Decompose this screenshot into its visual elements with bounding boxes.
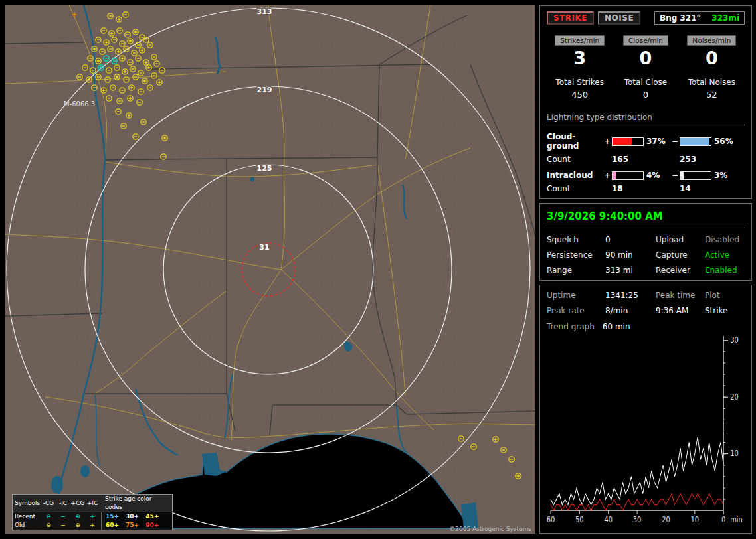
range-value: 313 mi bbox=[605, 266, 656, 275]
legend-symbols-title: Symbols bbox=[15, 499, 41, 508]
trend-graph: 1020306050403020100min bbox=[547, 333, 745, 528]
copyright-text: ©2005 Astrogenic Systems bbox=[449, 526, 531, 532]
svg-text:313: 313 bbox=[257, 7, 272, 16]
ic-count-label: Count bbox=[547, 184, 604, 193]
cg-negative-bar bbox=[680, 137, 711, 146]
plus-sign: + bbox=[604, 171, 612, 180]
svg-text:min: min bbox=[730, 515, 743, 524]
svg-text:10: 10 bbox=[691, 515, 700, 524]
map-canvas[interactable]: 31125219313 M-6066 3 bbox=[5, 5, 535, 534]
bearing-readout: Bng 321° 323mi bbox=[654, 11, 745, 25]
legend-col-cg-neg: -CG bbox=[41, 499, 56, 508]
peak-rate-label: Peak rate bbox=[547, 306, 605, 315]
upload-label: Upload bbox=[656, 235, 705, 244]
plot-value: Strike bbox=[705, 306, 745, 315]
old-cg-neg-icon: ⊖ bbox=[41, 521, 56, 530]
squelch-value: 0 bbox=[605, 235, 656, 244]
ic-positive-count: 18 bbox=[612, 184, 646, 193]
cg-count-label: Count bbox=[547, 155, 604, 164]
ic-negative-bar bbox=[680, 171, 711, 180]
plus-sign: + bbox=[604, 137, 612, 146]
minus-sign: − bbox=[672, 137, 680, 146]
total-strikes-label: Total Strikes bbox=[547, 78, 613, 87]
peak-time-label: Peak time bbox=[656, 291, 705, 300]
age-30: 30+ bbox=[126, 512, 139, 521]
strikes-per-min-value: 3 bbox=[547, 48, 613, 68]
svg-text:30: 30 bbox=[730, 335, 739, 345]
legend-col-ic-neg: -IC bbox=[56, 499, 70, 508]
receiver-status: Enabled bbox=[705, 266, 745, 275]
old-ic-pos-icon: + bbox=[85, 521, 100, 530]
legend-col-ic-pos: +IC bbox=[85, 499, 100, 508]
distribution-title: Lightning type distribution bbox=[547, 113, 745, 125]
trend-box: Uptime 1341:25 Peak time Plot Peak rate … bbox=[539, 285, 752, 534]
close-per-min-chip[interactable]: Close/min bbox=[623, 35, 668, 46]
range-label: Range bbox=[547, 266, 605, 275]
recent-cg-neg-icon: ⊖ bbox=[41, 512, 56, 521]
cg-positive-bar bbox=[612, 137, 644, 146]
age-90: 90+ bbox=[145, 521, 159, 530]
ic-positive-pct: 4% bbox=[646, 171, 672, 180]
recent-cg-pos-icon: ⊕ bbox=[70, 512, 85, 521]
coastal-bay bbox=[461, 502, 478, 528]
capture-status: Active bbox=[705, 250, 745, 260]
noises-per-min-chip[interactable]: Noises/min bbox=[687, 35, 736, 46]
noises-per-min-value: 0 bbox=[679, 48, 745, 68]
map-legend: Symbols -CG -IC +CG +IC Strike age color… bbox=[12, 494, 173, 530]
svg-text:20: 20 bbox=[730, 392, 739, 402]
total-noises-value: 52 bbox=[679, 90, 745, 100]
uptime-label: Uptime bbox=[547, 291, 605, 300]
old-ic-neg-icon: − bbox=[56, 521, 70, 530]
peak-time-value: 9:36 AM bbox=[656, 306, 705, 315]
svg-text:40: 40 bbox=[604, 515, 613, 524]
storm-cell-label: M-6066 3 bbox=[64, 100, 95, 108]
total-close-value: 0 bbox=[613, 90, 678, 100]
ic-positive-bar bbox=[612, 171, 644, 180]
squelch-label: Squelch bbox=[547, 235, 605, 244]
settings-box: 3/9/2026 9:40:00 AM Squelch 0 Upload Dis… bbox=[539, 203, 752, 281]
strikes-per-min-chip[interactable]: Strikes/min bbox=[555, 35, 605, 46]
svg-text:60: 60 bbox=[547, 515, 555, 524]
persistence-label: Persistence bbox=[547, 250, 605, 260]
legend-row-old: Old bbox=[15, 521, 41, 530]
age-75: 75+ bbox=[126, 521, 139, 530]
side-panel: STRIKE NOISE Bng 321° 323mi Strikes/min … bbox=[539, 5, 752, 534]
cg-positive-count: 165 bbox=[612, 155, 646, 164]
receiver-label: Receiver bbox=[656, 266, 705, 275]
trend-graph-label: Trend graph bbox=[547, 322, 595, 331]
ic-negative-pct: 3% bbox=[714, 171, 737, 180]
uptime-value: 1341:25 bbox=[605, 291, 656, 300]
minus-sign: − bbox=[672, 171, 680, 180]
recent-ic-neg-icon: − bbox=[56, 512, 70, 521]
legend-ages-title: Strike age color codes bbox=[101, 495, 170, 512]
intracloud-label: Intracloud bbox=[547, 171, 604, 180]
lightning-map[interactable]: 31125219313 M-6066 3 Symbols -CG -IC +CG… bbox=[5, 5, 535, 534]
svg-text:125: 125 bbox=[257, 164, 272, 173]
age-15: 15+ bbox=[106, 512, 119, 521]
datetime-display: 3/9/2026 9:40:00 AM bbox=[547, 209, 745, 228]
svg-text:31: 31 bbox=[259, 243, 269, 252]
cg-negative-count: 253 bbox=[680, 155, 714, 164]
svg-text:219: 219 bbox=[257, 86, 272, 94]
legend-col-cg-pos: +CG bbox=[70, 499, 85, 508]
svg-text:20: 20 bbox=[662, 515, 670, 524]
svg-text:50: 50 bbox=[575, 515, 584, 524]
total-close-label: Total Close bbox=[613, 78, 678, 87]
svg-text:0: 0 bbox=[721, 515, 725, 524]
recent-ic-pos-icon: + bbox=[85, 512, 100, 521]
plot-label: Plot bbox=[705, 291, 745, 300]
strike-button[interactable]: STRIKE bbox=[547, 11, 594, 25]
total-strikes-value: 450 bbox=[547, 90, 613, 100]
legend-row-recent: Recent bbox=[15, 512, 41, 521]
lightning-type-distribution: Lightning type distribution Cloud-ground… bbox=[547, 113, 745, 193]
age-45: 45+ bbox=[145, 512, 159, 521]
status-grid: Uptime 1341:25 Peak time Plot Peak rate … bbox=[547, 291, 745, 315]
cg-positive-pct: 37% bbox=[646, 137, 672, 146]
bearing-distance: 323mi bbox=[711, 13, 739, 23]
ic-negative-count: 14 bbox=[680, 184, 714, 193]
bearing-label: Bng 321° bbox=[660, 13, 701, 23]
settings-grid: Squelch 0 Upload Disabled Persistence 90… bbox=[547, 235, 745, 275]
noise-button[interactable]: NOISE bbox=[598, 11, 640, 25]
age-60: 60+ bbox=[106, 521, 119, 530]
capture-label: Capture bbox=[656, 250, 705, 260]
